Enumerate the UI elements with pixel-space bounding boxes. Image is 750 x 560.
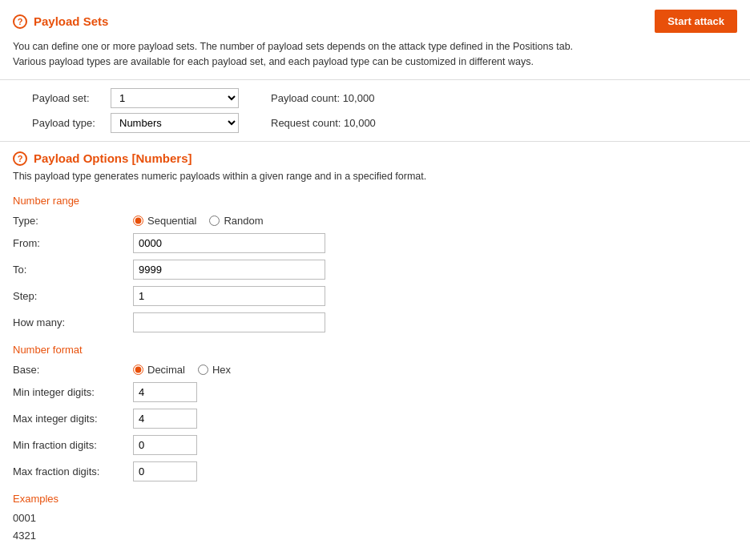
max-frac-digits-label: Max fraction digits: [13, 465, 133, 477]
decimal-label: Decimal [147, 364, 185, 376]
example-value-1: 0001 [13, 510, 737, 527]
type-row: Type: Sequential Random [13, 215, 737, 227]
payload-sets-help-icon[interactable]: ? [13, 14, 27, 29]
random-radio-item[interactable]: Random [209, 215, 263, 227]
number-format-section: Number format Base: Decimal Hex Min [13, 344, 737, 481]
max-int-digits-row: Max integer digits: [13, 409, 737, 429]
min-int-digits-label: Min integer digits: [13, 386, 133, 398]
request-count-display: Request count: 10,000 [271, 117, 376, 129]
number-format-title: Number format [13, 344, 737, 356]
options-description: This payload type generates numeric payl… [13, 171, 737, 182]
start-attack-button[interactable]: Start attack [655, 10, 737, 33]
how-many-label: How many: [13, 316, 133, 328]
min-int-digits-input[interactable] [133, 382, 197, 402]
payload-count-label: Payload count: [271, 92, 340, 104]
options-help-icon[interactable]: ? [13, 151, 27, 166]
type-label: Type: [13, 215, 133, 227]
examples-section: Examples 0001 4321 [13, 493, 737, 545]
sequential-label: Sequential [147, 215, 196, 227]
header-section: ? Payload Sets Start attack You can defi… [0, 0, 750, 80]
sequential-radio-item[interactable]: Sequential [133, 215, 196, 227]
options-title-text: Payload Options [Numbers] [34, 151, 192, 165]
step-input[interactable] [133, 286, 325, 306]
hex-radio-item[interactable]: Hex [198, 364, 231, 376]
how-many-input[interactable] [133, 312, 325, 332]
payload-set-label: Payload set: [32, 92, 104, 104]
payload-count-value: 10,000 [343, 92, 375, 104]
min-frac-digits-label: Min fraction digits: [13, 439, 133, 451]
step-row: Step: [13, 286, 737, 306]
max-frac-digits-input[interactable] [133, 461, 197, 481]
from-row: From: [13, 233, 737, 253]
example-value-2: 4321 [13, 527, 737, 545]
payload-type-row: Payload type: Numbers Request count: 10,… [32, 113, 737, 133]
max-frac-digits-row: Max fraction digits: [13, 461, 737, 481]
header-top: ? Payload Sets Start attack [13, 10, 737, 33]
payload-sets-title: ? Payload Sets [13, 14, 108, 29]
min-frac-digits-row: Min fraction digits: [13, 435, 737, 455]
sequential-radio[interactable] [133, 216, 143, 226]
to-input[interactable] [133, 260, 325, 280]
payload-meta-section: Payload set: 1 Payload count: 10,000 Pay… [0, 80, 750, 142]
main-page: ? Payload Sets Start attack You can defi… [0, 0, 750, 560]
examples-title: Examples [13, 493, 737, 505]
min-frac-digits-input[interactable] [133, 435, 197, 455]
step-label: Step: [13, 290, 133, 302]
payload-sets-title-text: Payload Sets [34, 14, 108, 28]
to-row: To: [13, 260, 737, 280]
payload-set-select[interactable]: 1 [111, 88, 239, 108]
payload-type-left: Payload type: Numbers [32, 113, 239, 133]
max-int-digits-label: Max integer digits: [13, 413, 133, 425]
payload-type-label: Payload type: [32, 117, 104, 129]
payload-set-row: Payload set: 1 Payload count: 10,000 [32, 88, 737, 108]
number-range-title: Number range [13, 195, 737, 207]
min-int-digits-row: Min integer digits: [13, 382, 737, 402]
random-label: Random [224, 215, 263, 227]
how-many-row: How many: [13, 312, 737, 332]
payload-count-display: Payload count: 10,000 [271, 92, 374, 104]
description-line1: You can define one or more payload sets.… [13, 41, 573, 52]
header-description: You can define one or more payload sets.… [13, 39, 737, 70]
from-input[interactable] [133, 233, 325, 253]
number-range-section: Number range Type: Sequential Random [13, 195, 737, 332]
description-line2: Various payload types are available for … [13, 56, 534, 67]
payload-set-left: Payload set: 1 [32, 88, 239, 108]
options-title: ? Payload Options [Numbers] [13, 151, 737, 166]
hex-label: Hex [212, 364, 231, 376]
base-radio-group: Decimal Hex [133, 364, 231, 376]
to-label: To: [13, 264, 133, 276]
request-count-label: Request count: [271, 117, 341, 129]
base-row: Base: Decimal Hex [13, 364, 737, 376]
random-radio[interactable] [209, 216, 220, 226]
payload-type-select[interactable]: Numbers [111, 113, 239, 133]
decimal-radio[interactable] [133, 365, 143, 375]
hex-radio[interactable] [198, 365, 208, 375]
options-section: ? Payload Options [Numbers] This payload… [0, 142, 750, 558]
max-int-digits-input[interactable] [133, 409, 197, 429]
type-radio-group: Sequential Random [133, 215, 264, 227]
base-label: Base: [13, 364, 133, 376]
from-label: From: [13, 237, 133, 249]
request-count-value: 10,000 [344, 117, 376, 129]
decimal-radio-item[interactable]: Decimal [133, 364, 185, 376]
